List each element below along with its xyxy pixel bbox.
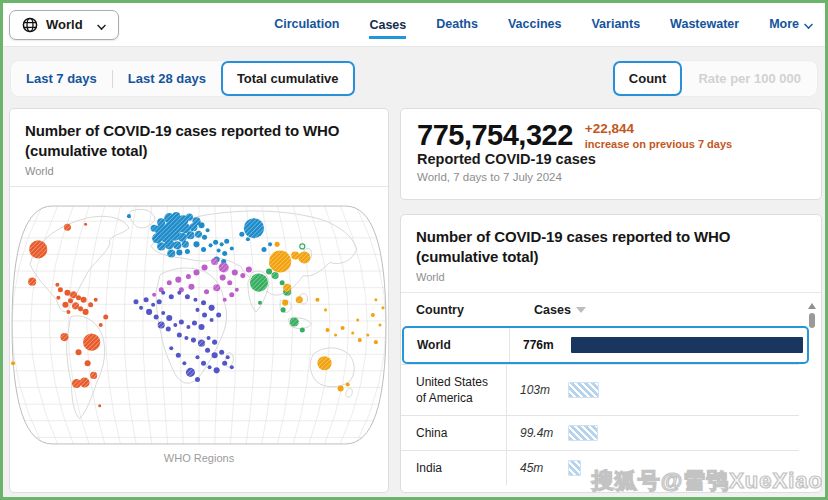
- map-card-title: Number of COVID-19 cases reported to WHO…: [25, 121, 373, 162]
- cases-cell: 776m: [509, 328, 807, 362]
- table-row[interactable]: China99.4m: [401, 415, 799, 450]
- country-cell: India: [401, 451, 506, 485]
- nav-tabs: CirculationCasesDeathsVaccinesVariantsWa…: [274, 17, 813, 33]
- cases-value: 45m: [520, 461, 560, 475]
- weekly-change-caption: increase on previous 7 days: [585, 138, 732, 150]
- table-header-row: Country Cases: [401, 293, 811, 326]
- stats-label: Reported COVID-19 cases: [417, 151, 805, 167]
- cases-table: Country Cases World776mUnited States of …: [401, 293, 821, 493]
- cases-bar: [568, 425, 598, 441]
- filter-last-7-days[interactable]: Last 7 days: [11, 62, 112, 95]
- right-column: 775,754,322 +22,844 increase on previous…: [400, 108, 822, 493]
- tab-deaths[interactable]: Deaths: [436, 17, 478, 33]
- top-bar: World CirculationCasesDeathsVaccinesVari…: [3, 3, 825, 47]
- stats-period: World, 7 days to 7 July 2024: [417, 171, 805, 183]
- cases-bar: [568, 382, 599, 398]
- map-card-subtitle: World: [25, 165, 373, 177]
- cases-cell: 45m: [506, 451, 799, 485]
- table-card-header: Number of COVID-19 cases reported to WHO…: [401, 215, 821, 293]
- tab-cases[interactable]: Cases: [369, 18, 406, 39]
- chevron-down-icon: [97, 22, 106, 28]
- weekly-change: +22,844 increase on previous 7 days: [585, 120, 732, 150]
- map-card: Number of COVID-19 cases reported to WHO…: [9, 108, 389, 493]
- main-content: Number of COVID-19 cases reported to WHO…: [3, 108, 825, 493]
- tab-wastewater[interactable]: Wastewater: [670, 17, 739, 33]
- country-cell: World: [404, 328, 509, 362]
- cases-value: 103m: [520, 383, 560, 397]
- tab-circulation[interactable]: Circulation: [274, 17, 339, 33]
- filter-last-28-days[interactable]: Last 28 days: [113, 62, 221, 95]
- tab-vaccines[interactable]: Vaccines: [508, 17, 562, 33]
- globe-icon: [22, 17, 38, 33]
- cases-value: 99.4m: [520, 426, 560, 440]
- tab-more[interactable]: More: [769, 17, 813, 33]
- country-cell: China: [401, 416, 506, 450]
- region-selector[interactable]: World: [9, 10, 119, 40]
- world-map[interactable]: WHO Regions: [10, 187, 388, 493]
- tab-variants[interactable]: Variants: [591, 17, 640, 33]
- cases-bar: [571, 337, 803, 353]
- time-range-segment: Last 7 daysLast 28 daysTotal cumulative: [11, 61, 355, 96]
- metric-rate-per-100-000: Rate per 100 000: [682, 62, 817, 95]
- region-selector-label: World: [46, 17, 83, 32]
- sort-descending-icon[interactable]: [576, 307, 586, 313]
- table-rows: World776mUnited States of America103mChi…: [401, 326, 811, 486]
- world-map-svg: [10, 204, 388, 446]
- map-card-header: Number of COVID-19 cases reported to WHO…: [10, 109, 388, 187]
- table-scrollbar[interactable]: [808, 303, 816, 328]
- table-row[interactable]: World776m: [402, 326, 809, 364]
- country-cell: United States of America: [401, 365, 506, 415]
- table-row[interactable]: India45m: [401, 450, 799, 485]
- total-cases-number: 775,754,322: [417, 120, 573, 150]
- table-card-subtitle: World: [416, 271, 806, 283]
- cases-bar: [568, 460, 581, 476]
- cases-cell: 99.4m: [506, 416, 799, 450]
- metric-segment: CountRate per 100 000: [613, 61, 817, 96]
- cases-value: 776m: [523, 338, 563, 352]
- stats-card: 775,754,322 +22,844 increase on previous…: [400, 108, 822, 200]
- metric-count[interactable]: Count: [613, 61, 683, 96]
- filter-total-cumulative[interactable]: Total cumulative: [221, 61, 355, 96]
- chevron-down-icon: [804, 21, 813, 27]
- table-card: Number of COVID-19 cases reported to WHO…: [400, 214, 822, 493]
- column-header-cases[interactable]: Cases: [521, 303, 586, 317]
- filter-row: Last 7 daysLast 28 daysTotal cumulative …: [3, 47, 825, 108]
- map-caption: WHO Regions: [164, 446, 234, 478]
- table-row[interactable]: United States of America103m: [401, 364, 799, 415]
- table-card-title: Number of COVID-19 cases reported to WHO…: [416, 227, 806, 268]
- scroll-up-icon[interactable]: [808, 303, 816, 309]
- column-header-country[interactable]: Country: [416, 303, 521, 317]
- weekly-change-value: +22,844: [585, 121, 732, 136]
- scrollbar-thumb[interactable]: [809, 313, 815, 328]
- cases-cell: 103m: [506, 365, 799, 415]
